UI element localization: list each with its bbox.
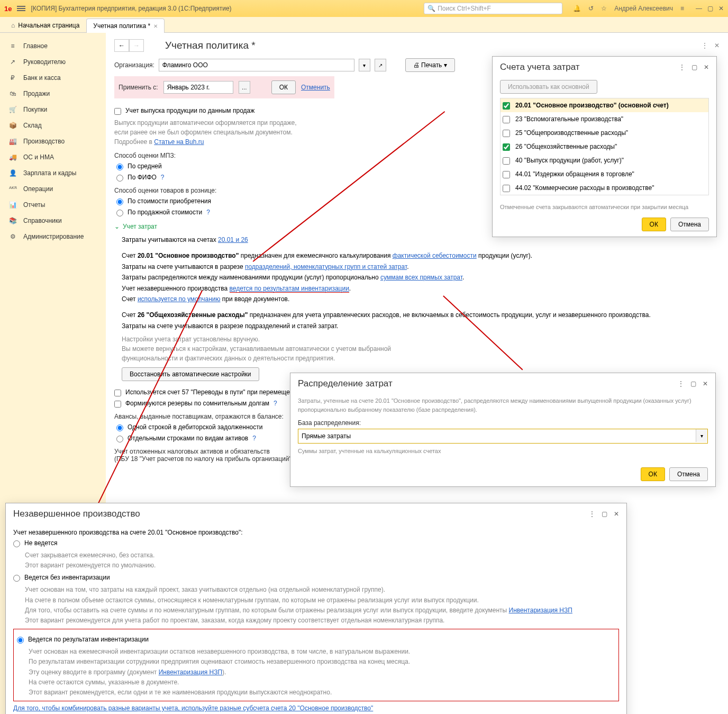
- sidebar-item-assets[interactable]: 🚚ОС и НМА: [0, 149, 106, 165]
- tab-home[interactable]: Начальная страница: [4, 18, 86, 32]
- account-checkbox[interactable]: [503, 143, 510, 151]
- print-button[interactable]: 🖨 Печать ▾: [405, 58, 455, 72]
- maximize-button[interactable]: ▢: [707, 5, 713, 12]
- dist-desc: Затраты, учтенные на счете 20.01 "Основн…: [298, 396, 708, 414]
- sidebar-item-manager[interactable]: ↗Руководителю: [0, 54, 106, 70]
- tab-close-icon[interactable]: ✕: [153, 23, 158, 29]
- help-icon[interactable]: ?: [206, 209, 210, 216]
- sidebar-item-reports[interactable]: 📊Отчеты: [0, 197, 106, 213]
- default-link[interactable]: используется по умолчанию: [138, 295, 221, 303]
- close-icon[interactable]: ✕: [704, 64, 709, 71]
- sidebar-item-purchases[interactable]: 🛒Покупки: [0, 102, 106, 118]
- account-checkbox[interactable]: [503, 185, 510, 192]
- history-icon[interactable]: ↺: [588, 5, 594, 12]
- account-checkbox[interactable]: [503, 130, 510, 137]
- ok-button[interactable]: ОК: [271, 80, 296, 94]
- inv-nzp-link[interactable]: Инвентаризация НЗП: [509, 607, 572, 614]
- more-icon[interactable]: ⋮: [702, 42, 708, 49]
- account-row[interactable]: 20.01 "Основное производство" (основной …: [501, 98, 708, 112]
- sidebar-item-admin[interactable]: ⚙Администрирование: [0, 229, 106, 245]
- help-icon[interactable]: ?: [161, 174, 165, 181]
- radio-avans-single[interactable]: [116, 424, 123, 431]
- chk-57[interactable]: [114, 390, 121, 396]
- buh-link[interactable]: Статье на Buh.ru: [154, 138, 204, 146]
- help-icon[interactable]: ?: [274, 400, 277, 407]
- nzp-footer-link[interactable]: Для того, чтобы комбинировать разные вар…: [13, 704, 619, 712]
- accounts-cancel-button[interactable]: Отмена: [670, 218, 709, 231]
- dist-ok-button[interactable]: ОК: [641, 467, 665, 481]
- sidebar-item-main[interactable]: ≡Главное: [0, 38, 106, 54]
- chk-output[interactable]: [114, 108, 121, 115]
- sidebar-item-warehouse[interactable]: 📦Склад: [0, 118, 106, 133]
- account-checkbox[interactable]: [503, 102, 510, 110]
- user-name[interactable]: Андрей Алексеевич: [614, 5, 673, 12]
- dist-dropdown-button[interactable]: ▾: [696, 429, 707, 442]
- ruble-icon: ₽: [8, 74, 17, 82]
- sidebar-item-production[interactable]: 🏭Производство: [0, 133, 106, 149]
- radio-mpz-avg[interactable]: [116, 164, 123, 170]
- account-checkbox[interactable]: [503, 171, 510, 178]
- use-default-button[interactable]: Использовать как основной: [500, 80, 597, 94]
- radio-nzp-inv[interactable]: [17, 637, 24, 644]
- close-icon[interactable]: ✕: [703, 380, 708, 387]
- forward-button[interactable]: →: [129, 39, 144, 52]
- chk-reserve[interactable]: [114, 401, 121, 408]
- date-picker-button[interactable]: …: [239, 81, 250, 94]
- settings-icon[interactable]: ≡: [680, 5, 684, 12]
- more-icon[interactable]: ⋮: [589, 510, 595, 518]
- minimize-button[interactable]: —: [696, 5, 702, 12]
- menu-icon[interactable]: [17, 6, 25, 11]
- org-field[interactable]: Фламинго ООО: [159, 59, 354, 71]
- sidebar-item-hr[interactable]: 👤Зарплата и кадры: [0, 165, 106, 181]
- close-button[interactable]: ✕: [718, 5, 724, 12]
- account-checkbox[interactable]: [503, 157, 510, 165]
- direct-costs-link[interactable]: суммам всех прямых затрат: [380, 274, 462, 281]
- sidebar-item-catalogs[interactable]: 📚Справочники: [0, 213, 106, 229]
- more-icon[interactable]: ⋮: [679, 64, 685, 71]
- maximize-icon[interactable]: ▢: [690, 380, 696, 387]
- sidebar-item-bank[interactable]: ₽Банк и касса: [0, 70, 106, 86]
- nzp-link[interactable]: ведется по результатам инвентаризации: [230, 285, 349, 293]
- radio-nzp-none[interactable]: [13, 540, 20, 547]
- accounts-link[interactable]: 20.01 и 26: [218, 236, 248, 243]
- more-icon[interactable]: ⋮: [678, 380, 684, 387]
- apply-row: Применить с: Январь 2023 г. … ОК Отменит…: [114, 76, 334, 98]
- radio-retail-sale[interactable]: [116, 210, 123, 216]
- account-row[interactable]: 23 "Вспомогательные производства": [501, 112, 708, 126]
- date-field[interactable]: Январь 2023 г.: [163, 81, 233, 94]
- back-button[interactable]: ←: [114, 39, 129, 52]
- box-icon: 📦: [8, 122, 17, 129]
- maximize-icon[interactable]: ▢: [691, 64, 697, 71]
- radio-retail-cost[interactable]: [116, 198, 123, 205]
- radio-avans-split[interactable]: [116, 436, 123, 442]
- search-input[interactable]: 🔍 Поиск Ctrl+Shift+F: [424, 3, 562, 14]
- inv-nzp-link2[interactable]: Инвентаризация НЗП: [159, 668, 222, 676]
- menu-icon: ≡: [8, 42, 17, 50]
- star-icon[interactable]: ☆: [601, 5, 607, 12]
- radio-mpz-fifo[interactable]: [116, 175, 123, 182]
- account-row[interactable]: 26 "Общехозяйственные расходы": [501, 140, 708, 153]
- radio-nzp-noinv[interactable]: [13, 575, 20, 582]
- sidebar-item-operations[interactable]: ᴬᴷᴿОперации: [0, 181, 106, 197]
- account-row[interactable]: 40 "Выпуск продукции (работ, услуг)": [501, 153, 708, 167]
- account-row[interactable]: 25 "Общепроизводственные расходы": [501, 126, 708, 140]
- close-icon[interactable]: ✕: [614, 510, 619, 518]
- dimensions-link[interactable]: подразделений, номенклатурных групп и ст…: [245, 263, 407, 270]
- help-icon[interactable]: ?: [252, 435, 256, 442]
- cancel-link[interactable]: Отменить: [301, 84, 330, 91]
- account-checkbox[interactable]: [503, 116, 510, 123]
- tab-policy[interactable]: Учетная политика *✕: [86, 19, 165, 33]
- account-row[interactable]: 44.01 "Издержки обращения в торговле": [501, 167, 708, 181]
- dist-cancel-button[interactable]: Отмена: [669, 467, 708, 481]
- close-page-icon[interactable]: ✕: [714, 42, 720, 49]
- dist-base-field[interactable]: Прямые затраты: [298, 429, 696, 443]
- maximize-icon[interactable]: ▢: [602, 510, 607, 518]
- accounts-ok-button[interactable]: ОК: [642, 218, 666, 231]
- actual-cost-link[interactable]: фактической себестоимости: [393, 252, 477, 259]
- sidebar-item-sales[interactable]: 🛍Продажи: [0, 86, 106, 102]
- org-dropdown-button[interactable]: ▾: [359, 59, 370, 71]
- restore-button[interactable]: Восстановить автоматические настройки: [122, 367, 259, 381]
- account-row[interactable]: 44.02 "Коммерческие расходы в производст…: [501, 181, 708, 195]
- bell-icon[interactable]: 🔔: [573, 5, 581, 12]
- org-open-button[interactable]: ↗: [375, 59, 386, 71]
